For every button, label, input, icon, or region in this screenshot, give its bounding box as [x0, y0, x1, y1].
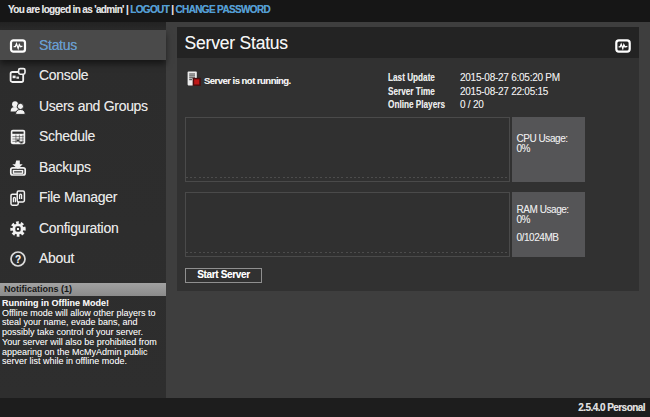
- svg-text:?: ?: [15, 254, 21, 265]
